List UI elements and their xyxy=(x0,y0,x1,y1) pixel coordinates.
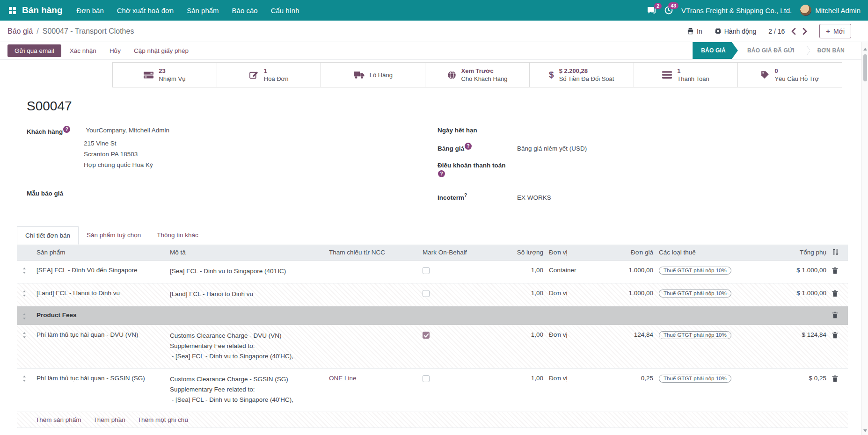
unit-price-cell[interactable]: 1.000,00 xyxy=(607,261,656,280)
col-unit-price[interactable]: Đơn giá xyxy=(607,245,656,260)
stat-button-tasks[interactable]: 23Nhiệm Vụ xyxy=(113,63,217,87)
delete-row-icon[interactable] xyxy=(829,325,848,345)
tab-optional-products[interactable]: Sản phẩm tuỳ chọn xyxy=(79,226,149,245)
add-section-link[interactable]: Thêm phần xyxy=(94,416,125,423)
mark-on-behalf-checkbox[interactable] xyxy=(423,290,430,297)
mark-on-behalf-checkbox[interactable] xyxy=(423,375,430,382)
taxes-cell[interactable]: Thuế GTGT phải nộp 10% xyxy=(656,283,766,304)
add-note-link[interactable]: Thêm một ghi chú xyxy=(138,416,188,423)
unit-price-cell[interactable]: 124,84 xyxy=(607,325,656,344)
order-line-row[interactable]: [SEA] FCL - Đình Vũ đến Singapore[Sea] F… xyxy=(17,261,848,283)
description-cell[interactable]: Customs Clearance Charge - DVU (VN)Suppl… xyxy=(167,325,326,368)
taxes-cell[interactable]: Thuế GTGT phải nộp 10% xyxy=(656,369,766,389)
cancel-button[interactable]: Hủy xyxy=(105,44,125,57)
incoterm-field[interactable]: EX WORKS xyxy=(517,194,868,201)
description-cell[interactable]: [Sea] FCL - Dinh vu to Singapore (40'HC) xyxy=(167,261,326,283)
nav-item-products[interactable]: Sản phẩm xyxy=(181,1,224,20)
vertical-scrollbar[interactable] xyxy=(861,42,868,435)
breadcrumb-quotations[interactable]: Báo giá xyxy=(7,27,33,36)
delete-row-icon[interactable] xyxy=(829,369,848,388)
pricelist-field[interactable]: Bảng giá niêm yết (USD) xyxy=(517,145,868,152)
stat-button-support-tickets[interactable]: 0Yêu Cầu Hỗ Trợ xyxy=(737,63,842,87)
mark-on-behalf-checkbox[interactable] xyxy=(423,267,430,274)
vendor-reference-cell[interactable] xyxy=(326,283,420,296)
nav-item-orders[interactable]: Đơn bán xyxy=(71,1,109,20)
col-uom[interactable]: Đơn vị xyxy=(546,245,607,260)
stage-quotation[interactable]: BÁO GIÁ xyxy=(693,42,738,59)
uom-cell[interactable]: Đơn vị xyxy=(546,369,607,388)
tab-other-info[interactable]: Thông tin khác xyxy=(149,226,206,245)
product-cell[interactable]: [Land] FCL - Hanoi to Dinh vu xyxy=(34,283,167,303)
tab-order-lines[interactable]: Chi tiết đơn bán xyxy=(17,226,79,245)
stat-button-delivery[interactable]: Lô Hàng xyxy=(321,63,425,87)
order-line-row[interactable]: Phí làm thủ tục hải quan - SGSIN (SG)Cus… xyxy=(17,369,848,412)
uom-cell[interactable]: Đơn vị xyxy=(546,283,607,303)
scrollbar-thumb[interactable] xyxy=(863,54,867,81)
taxes-cell[interactable]: Thuế GTGT phải nộp 10% xyxy=(656,261,766,281)
col-quantity[interactable]: Số lượng xyxy=(497,245,546,260)
col-description[interactable]: Mô tả xyxy=(167,245,326,260)
delete-row-icon[interactable] xyxy=(829,283,848,303)
stage-quotation-sent[interactable]: BÁO GIÁ ĐÃ GỬI xyxy=(738,42,804,59)
pager-next-button[interactable] xyxy=(802,28,807,35)
help-icon[interactable]: ? xyxy=(465,143,472,150)
drag-handle-icon[interactable] xyxy=(17,369,34,382)
stat-button-payments[interactable]: 1Thanh Toán xyxy=(634,63,738,87)
customer-field[interactable]: YourCompany, Mitchell Admin xyxy=(86,127,169,134)
stat-button-reconciled-amount[interactable]: $ $ 2.200,28Số Tiền Đã Đối Soát xyxy=(529,63,634,87)
stage-sales-order[interactable]: ĐƠN BÁN xyxy=(808,42,854,59)
order-line-row[interactable]: [Land] FCL - Hanoi to Dinh vu[Land] FCL … xyxy=(17,283,848,306)
delete-row-icon[interactable] xyxy=(829,261,848,280)
nav-item-configuration[interactable]: Cấu hình xyxy=(265,1,305,20)
order-line-row[interactable]: Phí làm thủ tục hải quan - DVU (VN)Custo… xyxy=(17,325,848,369)
vendor-reference-cell[interactable] xyxy=(326,325,420,337)
unit-price-cell[interactable]: 1.000,00 xyxy=(607,283,656,303)
quantity-cell[interactable]: 1,00 xyxy=(497,325,546,344)
activities-menu[interactable]: 43 xyxy=(664,6,673,14)
user-menu[interactable]: Mitchell Admin xyxy=(800,5,861,16)
apps-menu-button[interactable] xyxy=(7,7,20,14)
scroll-up-arrow[interactable] xyxy=(863,48,867,51)
unit-price-cell[interactable]: 0,25 xyxy=(607,369,656,388)
description-cell[interactable]: Customs Clearance Charge - SGSIN (SG)Sup… xyxy=(167,369,326,412)
quantity-cell[interactable]: 1,00 xyxy=(497,369,546,388)
uom-cell[interactable]: Container xyxy=(546,261,607,280)
print-button[interactable]: In xyxy=(687,28,702,35)
drag-handle-icon[interactable] xyxy=(17,283,34,297)
col-subtotal[interactable]: Tổng phụ xyxy=(766,245,829,260)
optional-columns-icon[interactable] xyxy=(829,245,848,260)
section-row[interactable]: Product Fees xyxy=(17,306,848,325)
nav-item-to-invoice[interactable]: Chờ xuất hoá đơn xyxy=(111,1,179,20)
scroll-down-arrow[interactable] xyxy=(863,429,867,432)
product-cell[interactable]: Phí làm thủ tục hải quan - SGSIN (SG) xyxy=(34,369,167,388)
confirm-button[interactable]: Xác nhận xyxy=(65,44,101,57)
add-product-link[interactable]: Thêm sản phẩm xyxy=(36,416,81,423)
delete-row-icon[interactable] xyxy=(829,306,848,325)
product-cell[interactable]: Phí làm thủ tục hải quan - DVU (VN) xyxy=(34,325,167,344)
vendor-reference-cell[interactable] xyxy=(326,261,420,273)
col-taxes[interactable]: Các loại thuế xyxy=(656,245,766,260)
uom-cell[interactable]: Đơn vị xyxy=(546,325,607,344)
col-vendor-reference[interactable]: Tham chiếu từ NCC xyxy=(326,245,420,260)
quantity-cell[interactable]: 1,00 xyxy=(497,283,546,303)
messages-menu[interactable]: 2 xyxy=(647,7,656,14)
stat-button-invoices[interactable]: 1Hoá Đơn xyxy=(217,63,321,87)
stat-button-customer-preview[interactable]: Xem TrướcCho Khách Hàng xyxy=(425,63,529,87)
app-name[interactable]: Bán hàng xyxy=(22,5,63,15)
update-license-button[interactable]: Cập nhật giấy phép xyxy=(129,44,193,57)
help-icon[interactable]: ? xyxy=(63,126,70,133)
company-switcher[interactable]: VTrans Freight & Shipping Co., Ltd. xyxy=(681,7,792,14)
help-icon[interactable]: ? xyxy=(438,170,445,177)
pager-previous-button[interactable] xyxy=(791,28,796,35)
quantity-cell[interactable]: 1,00 xyxy=(497,261,546,280)
taxes-cell[interactable]: Thuế GTGT phải nộp 10% xyxy=(656,325,766,345)
drag-handle-icon[interactable] xyxy=(17,261,34,274)
mark-on-behalf-checkbox[interactable] xyxy=(423,332,430,339)
description-cell[interactable]: [Land] FCL - Hanoi to Dinh vu xyxy=(167,283,326,306)
action-menu-button[interactable]: Hành động xyxy=(715,28,757,35)
drag-handle-icon[interactable] xyxy=(17,306,34,319)
vendor-reference-cell[interactable]: ONE Line xyxy=(326,369,420,388)
new-record-button[interactable]: + Mới xyxy=(819,24,851,38)
send-by-email-button[interactable]: Gửi qua email xyxy=(7,44,61,57)
product-cell[interactable]: [SEA] FCL - Đình Vũ đến Singapore xyxy=(34,261,167,280)
